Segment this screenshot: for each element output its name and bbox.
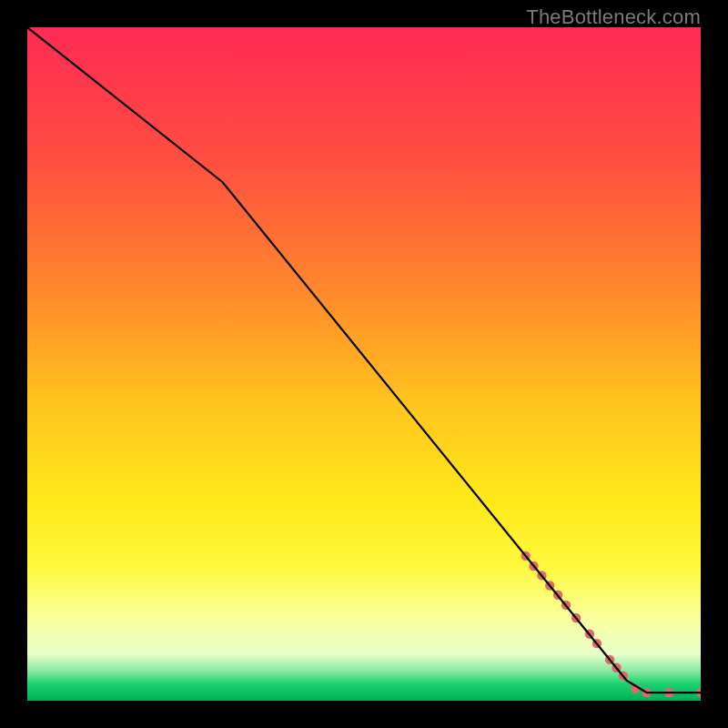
plot-area <box>27 27 701 701</box>
curve-overlay <box>27 27 701 701</box>
watermark-text: TheBottleneck.com <box>526 5 701 29</box>
bottleneck-curve <box>27 27 701 693</box>
marker-group <box>521 551 701 698</box>
chart-frame: TheBottleneck.com <box>0 0 728 728</box>
